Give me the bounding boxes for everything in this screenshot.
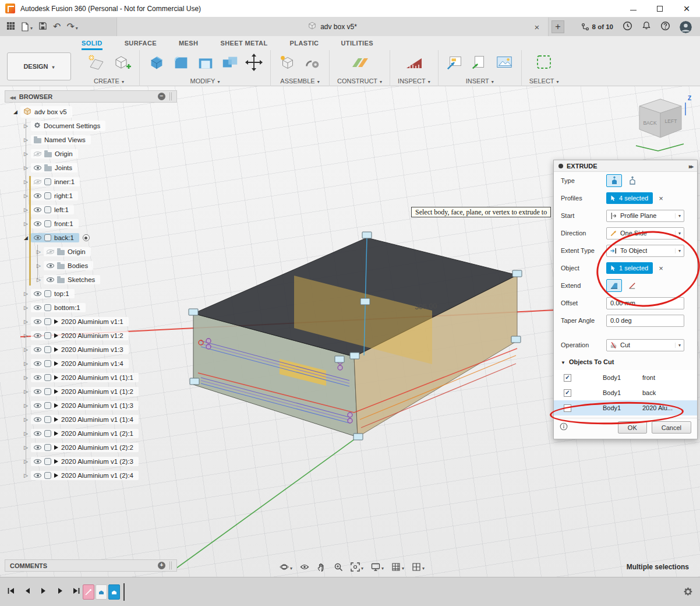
user-avatar[interactable] bbox=[680, 21, 692, 33]
view-cube[interactable]: Z BACK LEFT bbox=[628, 92, 693, 155]
expand-icon[interactable] bbox=[22, 361, 30, 367]
expand-icon[interactable] bbox=[22, 445, 30, 450]
visibility-eye-icon[interactable] bbox=[34, 361, 41, 366]
visibility-eye-icon[interactable] bbox=[47, 249, 54, 254]
display-settings-button[interactable] bbox=[371, 562, 384, 572]
browser-item-pill[interactable]: bottom:1 bbox=[31, 303, 86, 312]
browser-item-pill[interactable]: 2020 Aluminium v1:4 bbox=[31, 359, 129, 368]
create-dropdown[interactable]: CREATE bbox=[94, 75, 124, 86]
browser-item-pill[interactable]: Origin bbox=[31, 149, 78, 158]
operation-dropdown[interactable]: Cut bbox=[606, 339, 684, 351]
go-to-start-button[interactable] bbox=[7, 587, 15, 597]
clear-profiles-button[interactable] bbox=[659, 195, 663, 202]
visibility-eye-icon[interactable] bbox=[34, 403, 41, 408]
tab-surface[interactable]: SURFACE bbox=[125, 36, 157, 50]
timeline-extrude-feature[interactable] bbox=[96, 584, 107, 600]
visibility-eye-icon[interactable] bbox=[34, 375, 41, 380]
browser-item-pill[interactable]: 2020 Aluminium v1 (2):3 bbox=[31, 457, 139, 466]
visibility-eye-icon[interactable] bbox=[34, 459, 41, 464]
timeline-settings-gear-icon[interactable] bbox=[683, 587, 693, 599]
visibility-eye-icon[interactable] bbox=[34, 445, 41, 450]
visibility-eye-icon[interactable] bbox=[34, 291, 41, 296]
browser-item-bottom[interactable]: bottom:1 bbox=[5, 301, 177, 315]
visibility-eye-icon[interactable] bbox=[34, 417, 41, 422]
version-indicator[interactable]: 8 of 10 bbox=[581, 23, 613, 31]
browser-item-pill[interactable]: 2020 Aluminium v1 (1):3 bbox=[31, 401, 139, 410]
fillet-icon[interactable] bbox=[172, 54, 190, 73]
objects-to-cut-row[interactable]: ✓Body1back bbox=[554, 385, 697, 400]
browser-item-top[interactable]: top:1 bbox=[5, 287, 177, 301]
expand-icon[interactable] bbox=[22, 389, 30, 394]
browser-item-pill[interactable]: inner:1 bbox=[31, 177, 80, 186]
visibility-eye-icon[interactable] bbox=[34, 333, 41, 338]
browser-item-pill[interactable]: 2020 Aluminium v1:1 bbox=[31, 317, 129, 326]
minimize-button[interactable] bbox=[620, 0, 646, 17]
checkbox-checked[interactable]: ✓ bbox=[564, 389, 571, 397]
extend-to-body-button[interactable] bbox=[624, 279, 640, 292]
new-component-icon[interactable] bbox=[112, 53, 132, 74]
ok-button[interactable]: OK bbox=[618, 421, 647, 434]
browser-item-pill[interactable]: 2020 Aluminium v1 (2):2 bbox=[31, 443, 139, 452]
browser-item-pill[interactable]: front:1 bbox=[31, 219, 79, 228]
browser-item-pill[interactable]: 2020 Aluminium v1 (1):1 bbox=[31, 373, 139, 382]
grid-snaps-button[interactable] bbox=[391, 562, 404, 572]
step-forward-button[interactable] bbox=[56, 587, 64, 597]
panel-grip-handle[interactable] bbox=[169, 562, 172, 569]
browser-item-pill[interactable]: 2020 Aluminium v1 (2):1 bbox=[31, 429, 139, 438]
taper-angle-input[interactable]: 0.0 deg bbox=[606, 315, 684, 327]
timeline-position-marker[interactable] bbox=[123, 583, 125, 601]
browser-item-pill[interactable]: Joints bbox=[31, 163, 77, 172]
expand-icon[interactable] bbox=[22, 291, 30, 297]
browser-item-aluminium[interactable]: 2020 Aluminium v1 (2):3 bbox=[5, 455, 177, 468]
new-tab-button[interactable] bbox=[551, 20, 564, 33]
viewports-button[interactable] bbox=[412, 562, 425, 572]
cancel-button[interactable]: Cancel bbox=[652, 421, 691, 434]
object-selected-chip[interactable]: 1 selected bbox=[606, 262, 653, 274]
browser-item-aluminium[interactable]: 2020 Aluminium v1:2 bbox=[5, 329, 177, 343]
objects-to-cut-row[interactable]: ✓Body1front bbox=[554, 370, 697, 385]
browser-item-left[interactable]: left:1 bbox=[5, 203, 177, 217]
expand-icon[interactable] bbox=[22, 137, 30, 143]
expand-icon[interactable] bbox=[22, 333, 30, 339]
browser-item-document-settings[interactable]: Document Settings bbox=[5, 119, 177, 133]
offset-input[interactable]: 0.00 mm bbox=[606, 297, 684, 309]
expand-icon[interactable] bbox=[22, 417, 30, 422]
extend-to-faces-button[interactable] bbox=[606, 279, 622, 292]
visibility-eye-icon[interactable] bbox=[34, 193, 41, 198]
browser-item-pill[interactable]: Sketches bbox=[44, 275, 100, 284]
expand-icon[interactable] bbox=[22, 123, 30, 129]
combine-icon[interactable] bbox=[221, 54, 239, 73]
tab-solid[interactable]: SOLID bbox=[82, 36, 102, 50]
visibility-eye-icon[interactable] bbox=[47, 277, 54, 282]
browser-item-pill[interactable]: Named Views bbox=[31, 135, 91, 145]
expand-icon[interactable] bbox=[22, 347, 30, 353]
browser-item-aluminium[interactable]: 2020 Aluminium v1:1 bbox=[5, 315, 177, 329]
insert-dropdown[interactable]: INSERT bbox=[466, 75, 494, 86]
visibility-eye-icon[interactable] bbox=[34, 473, 41, 478]
expand-icon[interactable] bbox=[22, 375, 30, 380]
profiles-selected-chip[interactable]: 4 selected bbox=[606, 192, 653, 204]
visibility-eye-icon[interactable] bbox=[34, 389, 41, 394]
pan-button[interactable] bbox=[317, 562, 326, 572]
extrude-dialog[interactable]: EXTRUDE Type Profiles 4 selected Start P… bbox=[553, 160, 698, 439]
construction-plane-icon[interactable] bbox=[350, 54, 370, 73]
timeline-extrude-feature-selected[interactable] bbox=[108, 584, 120, 600]
visibility-eye-icon[interactable] bbox=[34, 165, 41, 170]
browser-item-named-views[interactable]: Named Views bbox=[5, 133, 177, 147]
select-box-icon[interactable] bbox=[534, 54, 554, 73]
visibility-eye-icon[interactable] bbox=[34, 319, 41, 324]
direction-dropdown[interactable]: One Side bbox=[606, 227, 684, 239]
expand-icon[interactable] bbox=[22, 319, 30, 325]
panel-collapse-icon[interactable] bbox=[10, 93, 15, 100]
tab-utilities[interactable]: UTILITIES bbox=[341, 36, 373, 50]
press-pull-icon[interactable] bbox=[147, 54, 166, 73]
inspect-dropdown[interactable]: INSPECT bbox=[398, 75, 430, 86]
browser-item-pill[interactable]: Bodies bbox=[44, 261, 93, 270]
move-copy-icon[interactable] bbox=[245, 54, 263, 73]
dialog-dock-icon[interactable] bbox=[689, 163, 692, 170]
maximize-button[interactable] bbox=[646, 0, 673, 17]
browser-root-item[interactable]: adv box v5 bbox=[5, 105, 177, 119]
tab-plastic[interactable]: PLASTIC bbox=[290, 36, 319, 50]
comments-panel-header[interactable]: COMMENTS + bbox=[5, 559, 177, 572]
tab-mesh[interactable]: MESH bbox=[179, 36, 198, 50]
